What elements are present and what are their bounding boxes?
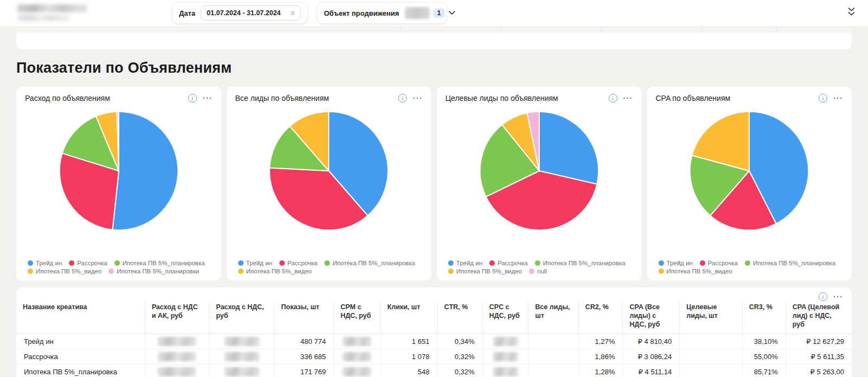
column-header: CPM с НДС, руб [334, 302, 380, 334]
metric-cell [209, 334, 275, 349]
more-menu-icon[interactable]: ··· [203, 95, 213, 101]
pie-legend: Трейд инРассрочкаИпотека ПВ 5%_планировк… [659, 260, 848, 274]
previous-card-remnant [16, 27, 852, 49]
pie-svg [686, 107, 813, 234]
legend-item[interactable]: Ипотека ПВ 5%_видео [659, 268, 732, 274]
legend-item[interactable]: Ипотека ПВ 5%_видео [448, 268, 522, 274]
legend-label: Рассрочка [288, 260, 317, 266]
legend-dot-icon [700, 260, 705, 266]
legend-label: Ипотека ПВ 5%_планировка [753, 260, 835, 266]
legend-dot-icon [535, 260, 540, 266]
legend-item[interactable]: Рассрочка [700, 260, 738, 266]
pie-chart [235, 107, 423, 234]
legend-item[interactable]: Ипотека ПВ 5%_планировка [114, 260, 205, 266]
legend-item[interactable]: Трейд ин [238, 260, 272, 266]
metric-cell [334, 334, 380, 349]
metric-cell [145, 334, 209, 349]
pie-chart [445, 107, 633, 234]
more-menu-icon[interactable]: ··· [413, 95, 423, 101]
info-icon[interactable]: i [819, 94, 827, 103]
legend-label: Ипотека ПВ 5%_видео [456, 268, 522, 274]
chart-title: Расход по объявлениям [25, 94, 110, 103]
info-icon[interactable]: i [188, 94, 197, 103]
legend-dot-icon [529, 269, 534, 274]
legend-item[interactable]: Трейд ин [28, 260, 62, 266]
more-menu-icon[interactable]: ··· [623, 95, 633, 101]
chevron-down-icon [449, 11, 455, 15]
metric-cell [334, 349, 380, 365]
legend-label: Ипотека ПВ 5%_видео [36, 268, 101, 274]
legend-label: Ипотека ПВ 5%_планировка [543, 260, 626, 266]
chart-card-icons: i··· [609, 94, 633, 103]
chart-card-header: Все лиды по объявлениямi··· [235, 94, 423, 103]
metric-cell [209, 365, 275, 377]
legend-item[interactable]: Ипотека ПВ 5%_планировка [745, 260, 835, 266]
more-menu-icon[interactable]: ··· [833, 95, 843, 101]
legend-label: Ипотека ПВ 5%_планировки [117, 268, 199, 274]
metric-cell: 548 [380, 365, 437, 377]
metric-cell [482, 349, 528, 365]
chart-card: Расход по объявлениямi···Трейд инРассроч… [16, 87, 221, 280]
legend-item[interactable]: Ипотека ПВ 5%_планировка [535, 260, 626, 266]
chart-card: Целевые лиды по объявлениямi···Трейд инР… [437, 87, 642, 280]
ads-metrics-table-card: i ··· Название креативаРасход с НДС и АК… [16, 287, 852, 377]
pie-slice-1[interactable] [112, 112, 178, 230]
legend-item[interactable]: Ипотека ПВ 5%_планировка [324, 260, 415, 266]
collapse-panel-button[interactable] [848, 8, 855, 16]
chart-card-icons: i··· [819, 94, 843, 103]
legend-label: Трейд ин [456, 260, 482, 266]
legend-item[interactable]: Ипотека ПВ 5%_видео [238, 268, 312, 274]
chart-card: CPA по объявлениямi···Трейд инРассрочкаИ… [647, 87, 852, 280]
info-icon[interactable]: i [398, 94, 407, 103]
legend-label: Ипотека ПВ 5%_планировка [333, 260, 415, 266]
legend-item[interactable]: Рассрочка [279, 260, 317, 266]
date-filter: Дата 01.07.2024 - 31.07.2024 ✕ [173, 3, 307, 23]
legend-item[interactable]: null [529, 268, 547, 274]
legend-label: Рассрочка [497, 260, 527, 266]
legend-label: Трейд ин [667, 260, 693, 266]
legend-label: Ипотека ПВ 5%_видео [246, 268, 312, 274]
promotion-object-select[interactable]: 1 [405, 7, 455, 19]
count-badge: 1 [433, 8, 445, 18]
metric-cell: 1,28% [578, 365, 623, 377]
metric-cell: 55,00% [742, 349, 786, 365]
date-range-input[interactable]: 01.07.2024 - 31.07.2024 ✕ [201, 5, 301, 21]
info-icon[interactable]: i [609, 94, 617, 103]
legend-item[interactable]: Трейд ин [659, 260, 693, 266]
clear-date-icon[interactable]: ✕ [286, 9, 296, 17]
legend-item[interactable]: Рассрочка [69, 260, 107, 266]
legend-dot-icon [279, 260, 285, 266]
column-header: Все лиды, шт [528, 302, 578, 334]
pie-legend: Трейд инРассрочкаИпотека ПВ 5%_планировк… [28, 260, 217, 274]
blurred-object-value [405, 7, 430, 19]
chart-title: Целевые лиды по объявлениям [445, 94, 558, 103]
legend-item[interactable]: Рассрочка [489, 260, 527, 266]
metric-cell: 85,71% [742, 365, 786, 377]
pie-svg [55, 107, 182, 234]
metric-cell: ₽ 3 086,24 [623, 349, 680, 365]
metric-cell [528, 349, 578, 365]
column-header: CR2, % [578, 302, 623, 334]
metric-cell: 336 685 [275, 349, 334, 365]
legend-dot-icon [745, 260, 750, 266]
creative-name-cell: Ипотека ПВ 5%_планировка [16, 365, 145, 377]
legend-item[interactable]: Ипотека ПВ 5%_планировки [108, 268, 199, 274]
promotion-object-filter: Объект продвижения 1 [317, 3, 446, 23]
legend-item[interactable]: Трейд ин [448, 260, 482, 266]
legend-label: null [537, 268, 547, 274]
legend-dot-icon [238, 260, 244, 266]
legend-label: Трейд ин [36, 260, 62, 266]
info-icon[interactable]: i [819, 292, 827, 301]
previous-table-footer-strip [16, 27, 852, 33]
table-row: Трейд ин480 7741 6510,34%1,27%₽ 4 810,40… [16, 334, 852, 349]
legend-item[interactable]: Ипотека ПВ 5%_видео [28, 268, 101, 274]
pie-svg [476, 107, 603, 234]
metric-cell [482, 334, 528, 349]
logo-blur-row [17, 15, 69, 21]
chart-card-header: CPA по объявлениямi··· [656, 94, 844, 103]
column-header: CR3, % [742, 302, 786, 334]
blurred-value [158, 352, 196, 361]
metric-cell: 0,32% [437, 365, 482, 377]
chart-title: CPA по объявлениям [656, 94, 731, 103]
more-menu-icon[interactable]: ··· [833, 294, 843, 299]
